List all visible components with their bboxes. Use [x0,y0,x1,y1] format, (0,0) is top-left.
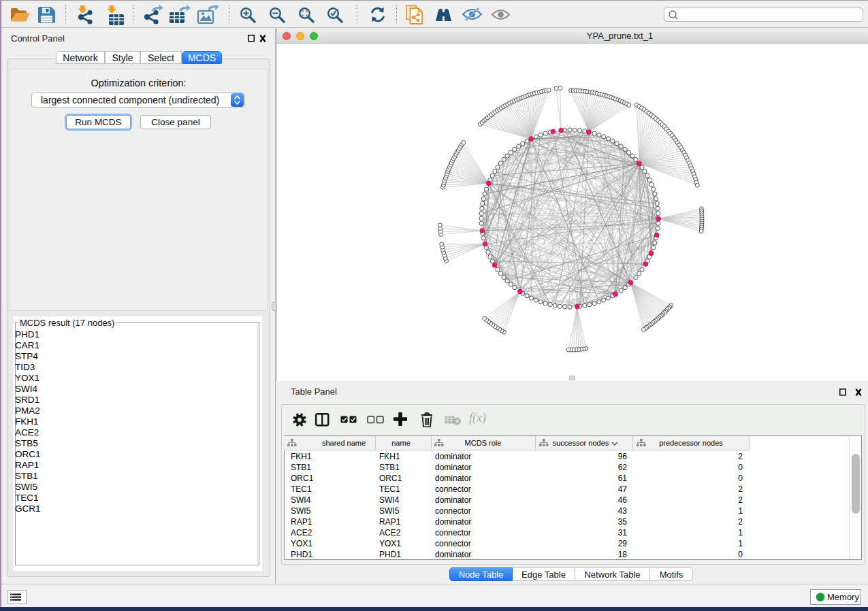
svg-text:Memory: Memory [827,592,859,602]
